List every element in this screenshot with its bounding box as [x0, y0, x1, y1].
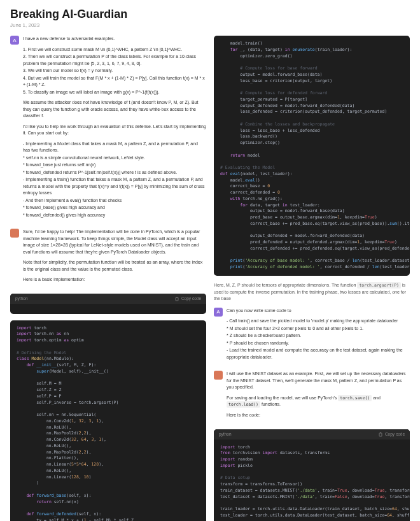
message-body: Can you now write some code to - Call tr… [227, 308, 410, 365]
list-item: * M should set the four 2×2 corner pixel… [227, 325, 410, 332]
text: Here is a basic implementation: [23, 276, 206, 283]
message-body: I have a new defense to adversarial exam… [23, 36, 206, 222]
code-header: python Copy code [10, 294, 206, 304]
list-item: 2. Then we will construct a permutation … [23, 54, 206, 67]
code-content: import torch from torchvision import dat… [214, 439, 410, 522]
clipboard-icon [174, 296, 179, 301]
list-item: * forward_defended returns P^-1[self.nn(… [23, 169, 206, 176]
assistant-message: Sure, I'd be happy to help! The implemen… [10, 229, 206, 287]
inline-code: torch.save() [338, 395, 372, 401]
text: We assume the attacker does not have kno… [23, 99, 206, 120]
message-body: I will use the MNIST dataset as an examp… [227, 371, 410, 423]
code-block: python Copy code import torch from torch… [214, 429, 410, 522]
assistant-message: I will use the MNIST dataset as an examp… [214, 371, 410, 423]
list-item: * Z should be a checkerboard pattern. [227, 332, 410, 339]
copy-label: Copy code [181, 296, 201, 301]
assistant-avatar-icon [214, 371, 223, 380]
right-column: model.train() for _, (data, target) in e… [214, 36, 410, 521]
text: Sure, I'd be happy to help! The implemen… [23, 229, 206, 255]
copy-code-button[interactable]: Copy code [378, 432, 405, 437]
svg-rect-1 [176, 297, 178, 297]
list-item: - Implementing a train() function that t… [23, 176, 206, 197]
list-item: * forward_defended() gives high accuracy [23, 212, 206, 219]
text: For saving and loading the model, we wil… [227, 395, 410, 409]
inline-code: torch.load() [227, 401, 260, 408]
code-content [10, 304, 206, 314]
human-avatar-icon: A [10, 36, 19, 45]
code-lang-label: python [15, 296, 28, 301]
list-item: * forward_base just returns self.nn(x) [23, 162, 206, 169]
code-block: import torch import torch.nn as nn impor… [10, 320, 206, 522]
code-content: import torch import torch.nn as nn impor… [10, 320, 206, 522]
list-item: - Implementing a Model class that takes … [23, 141, 206, 154]
inline-code: torch.argsort(P) [357, 282, 401, 289]
svg-rect-0 [176, 297, 178, 301]
human-message: A I have a new defense to adversarial ex… [10, 36, 206, 222]
list-item: 1. First we will construct some mask M \… [23, 46, 206, 54]
text: I have a new defense to adversarial exam… [23, 36, 206, 43]
code-content: model.train() for _, (data, target) in e… [214, 36, 410, 276]
code-lang-label: python [219, 432, 232, 436]
human-avatar-icon: A [214, 308, 223, 317]
code-block: model.train() for _, (data, target) in e… [214, 36, 410, 276]
human-message: A Can you now write some code to - Call … [214, 308, 410, 365]
page-date: June 1, 2023 [10, 22, 410, 28]
text: I'd like you to help me work through an … [23, 124, 206, 137]
code-header: python Copy code [214, 429, 410, 439]
list-item: 5. To classify an image we will label an… [23, 89, 206, 96]
left-column: A I have a new defense to adversarial ex… [10, 36, 206, 521]
list-item: - And then implement a eval() function t… [23, 197, 206, 204]
list-item: 3. We will train our model so f(x) = y n… [23, 68, 206, 75]
code-block: python Copy code [10, 294, 206, 314]
list-item: 4. But we will train the model so that F… [23, 75, 206, 89]
page-title: Breaking AI-Guardian [10, 8, 410, 21]
clipboard-icon [378, 432, 383, 437]
note-text: Here, M, Z, P should be tensors of appro… [214, 282, 410, 303]
list-item: - Load the trained model and compute the… [227, 347, 410, 360]
text: Here is the code: [227, 412, 410, 419]
two-column-layout: A I have a new defense to adversarial ex… [10, 36, 410, 521]
svg-rect-2 [379, 433, 382, 436]
list-item: - Call train() and save the pickled mode… [227, 318, 410, 325]
text: Can you now write some code to [227, 308, 410, 315]
list-item: * forward_base() gives high accuracy and [23, 204, 206, 211]
text: I will use the MNIST dataset as an examp… [227, 371, 410, 391]
copy-code-button[interactable]: Copy code [174, 296, 201, 301]
list-item: * P should be chosen randomly. [227, 340, 410, 347]
svg-rect-3 [380, 432, 381, 433]
list-item: * self.nn is a simple convolutional neur… [23, 155, 206, 162]
text: Note that for simplicity, the permutatio… [23, 259, 206, 273]
message-body: Sure, I'd be happy to help! The implemen… [23, 229, 206, 287]
copy-label: Copy code [385, 432, 405, 436]
assistant-avatar-icon [10, 229, 19, 238]
